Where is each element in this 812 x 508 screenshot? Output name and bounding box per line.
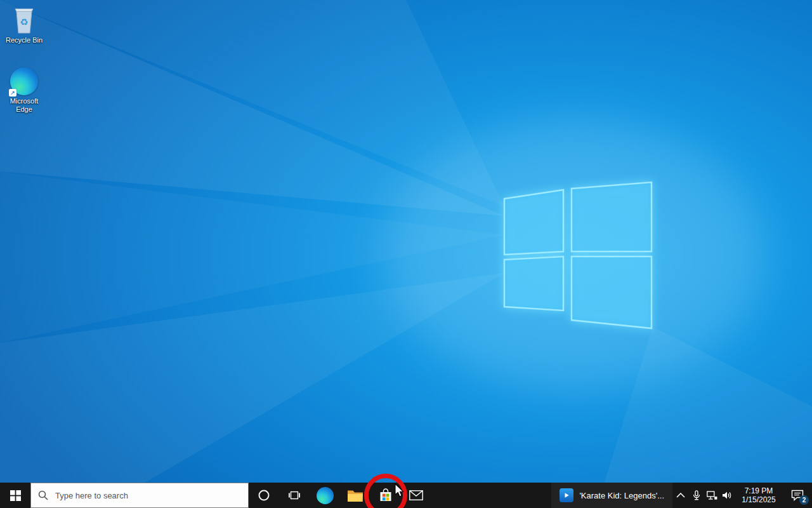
mail-icon — [409, 490, 423, 500]
play-icon — [560, 488, 573, 502]
chevron-up-icon — [676, 493, 685, 498]
microphone-tray-button[interactable] — [689, 483, 704, 508]
file-explorer-button[interactable] — [340, 483, 370, 508]
search-box[interactable] — [30, 483, 249, 508]
search-input[interactable] — [54, 490, 241, 501]
start-button[interactable] — [0, 483, 30, 508]
network-tray-button[interactable] — [704, 483, 719, 508]
windows-flag-icon — [10, 490, 21, 501]
svg-text:♻: ♻ — [20, 17, 28, 27]
cortana-button[interactable] — [249, 483, 279, 508]
volume-icon — [722, 491, 732, 500]
icon-label: Microsoft Edge — [1, 97, 47, 114]
media-taskbar-button[interactable]: 'Karate Kid: Legends'... — [551, 483, 672, 508]
clock-time: 7:19 PM — [735, 486, 783, 495]
clock[interactable]: 7:19 PM 1/15/2025 — [735, 483, 783, 508]
shortcut-arrow-icon: ↗ — [9, 89, 16, 97]
edge-icon — [317, 487, 334, 504]
microsoft-store-button[interactable] — [370, 483, 401, 508]
edge-taskbar-button[interactable] — [310, 483, 340, 508]
wallpaper — [0, 0, 812, 508]
mail-button[interactable] — [401, 483, 431, 508]
icon-label: Recycle Bin — [1, 36, 47, 44]
logo-glow — [384, 117, 764, 391]
task-view-icon — [289, 490, 300, 500]
desktop-icon-recycle-bin[interactable]: ♻ Recycle Bin — [1, 5, 47, 44]
network-icon — [707, 491, 717, 500]
taskbar: 'Karate Kid: Legends'... 7:19 PM — [0, 483, 812, 508]
desktop-icon-microsoft-edge[interactable]: ↗ Microsoft Edge — [1, 67, 47, 114]
recycle-bin-icon: ♻ — [11, 5, 37, 34]
hidden-icons-button[interactable] — [672, 483, 689, 508]
microphone-icon — [692, 490, 701, 500]
clock-date: 1/15/2025 — [735, 495, 783, 504]
volume-tray-button[interactable] — [719, 483, 735, 508]
task-view-button[interactable] — [279, 483, 310, 508]
microsoft-store-icon — [378, 488, 393, 503]
action-center-button[interactable]: 2 — [783, 483, 812, 508]
search-icon — [38, 490, 48, 500]
cortana-icon — [258, 489, 270, 502]
notification-badge: 2 — [799, 495, 809, 505]
media-title: 'Karate Kid: Legends'... — [579, 491, 664, 500]
file-explorer-icon — [347, 489, 363, 502]
